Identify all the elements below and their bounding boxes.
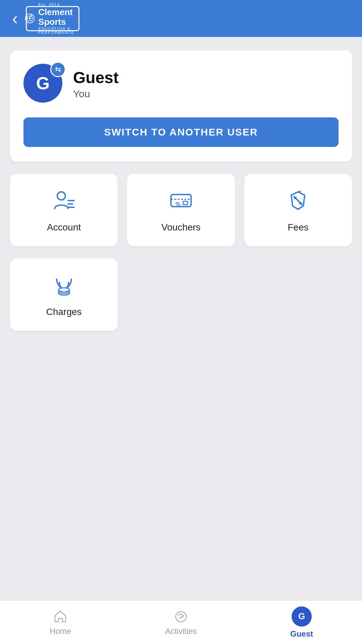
nav-activities-label: Activities (165, 627, 197, 636)
charges-tile[interactable]: Charges (10, 258, 118, 331)
bottom-nav: Home Activities G Guest (0, 600, 362, 644)
activities-icon (174, 609, 188, 624)
svg-point-2 (28, 17, 31, 19)
svg-point-5 (57, 192, 65, 200)
logo-est: Est. 2013 (38, 2, 60, 7)
svg-point-23 (59, 288, 69, 292)
user-card: G ⇆ Guest You SWITCH TO ANOTHER USER (10, 50, 352, 162)
fees-tile[interactable]: Fees (244, 174, 352, 246)
svg-rect-9 (171, 195, 191, 207)
app-header: ‹ Est. 2013 Clement Sports Education & P… (0, 0, 362, 37)
user-subtitle: You (73, 88, 119, 100)
charges-icon (52, 273, 76, 299)
main-content: G ⇆ Guest You SWITCH TO ANOTHER USER (0, 37, 362, 600)
account-tile[interactable]: Account (10, 174, 118, 246)
account-label: Account (47, 222, 81, 233)
logo-name: Clement Sports (38, 7, 81, 26)
fees-icon (286, 189, 310, 214)
user-name-block: Guest You (73, 68, 119, 100)
svg-text:%: % (176, 201, 180, 207)
vouchers-icon: % (169, 189, 193, 214)
avatar-wrap: G ⇆ (23, 64, 64, 104)
svg-rect-12 (183, 201, 188, 205)
menu-grid-row2: Charges (10, 258, 352, 331)
svg-point-15 (299, 202, 302, 205)
vouchers-label: Vouchers (162, 222, 201, 233)
logo-text: Est. 2013 Clement Sports Education & Per… (38, 2, 81, 35)
nav-guest[interactable]: G Guest (241, 606, 362, 639)
switch-icon-badge: ⇆ (50, 62, 66, 77)
logo-target-icon (24, 10, 35, 27)
nav-home-label: Home (50, 627, 71, 636)
user-name: Guest (73, 68, 119, 87)
menu-grid-row1: Account % Vouchers (10, 174, 352, 246)
user-info-row: G ⇆ Guest You (23, 64, 339, 104)
back-button[interactable]: ‹ (12, 10, 18, 27)
account-icon (52, 189, 76, 214)
logo: Est. 2013 Clement Sports Education & Per… (26, 6, 79, 31)
nav-activities[interactable]: Activities (121, 609, 241, 636)
nav-guest-avatar: G (292, 606, 312, 627)
svg-point-14 (294, 197, 297, 199)
vouchers-tile[interactable]: % Vouchers (127, 174, 235, 246)
fees-label: Fees (288, 222, 308, 233)
nav-guest-label: Guest (290, 629, 313, 639)
nav-home[interactable]: Home (0, 609, 121, 636)
home-icon (53, 609, 68, 624)
logo-sub: Education & Performance (38, 26, 81, 35)
switch-user-button[interactable]: SWITCH TO ANOTHER USER (23, 117, 339, 147)
charges-label: Charges (46, 307, 82, 317)
